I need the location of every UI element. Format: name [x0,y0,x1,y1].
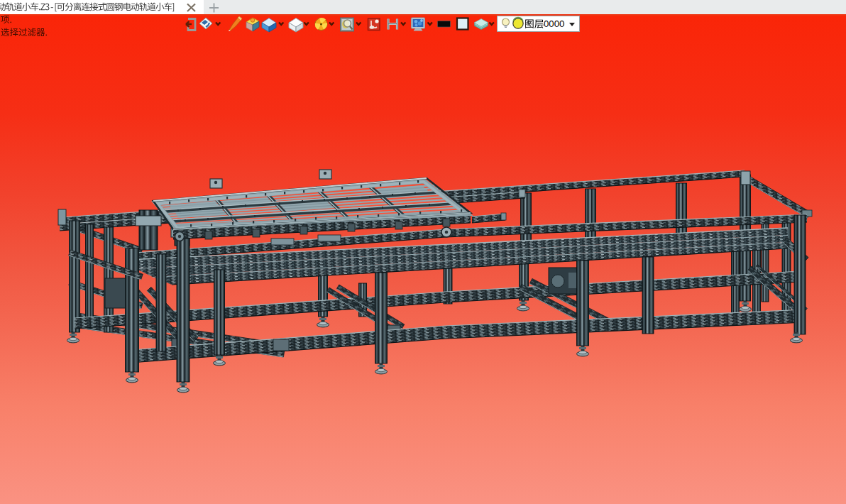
svg-text:0000: 0000 [544,18,564,29]
